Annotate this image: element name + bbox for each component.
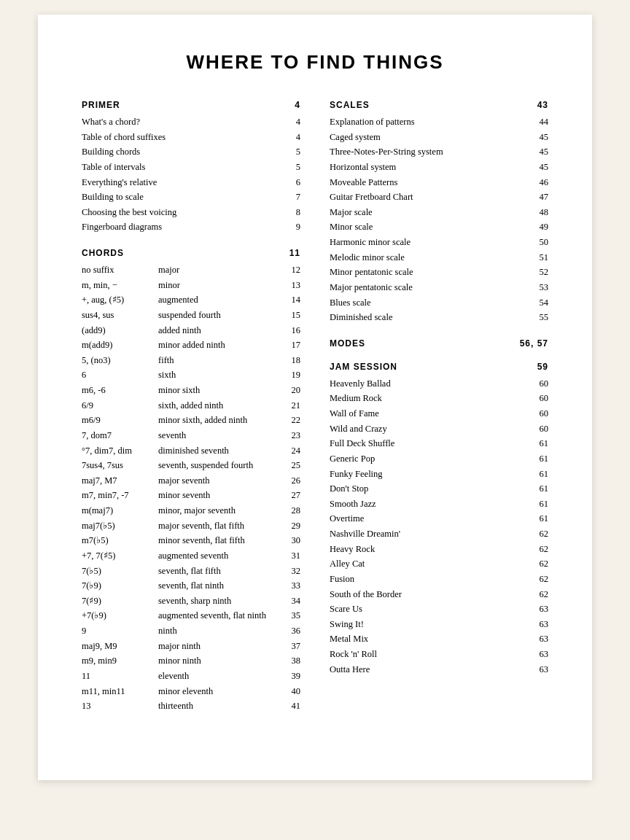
entry-page: 61	[528, 451, 548, 467]
chord-page: 41	[280, 699, 300, 714]
chord-name: sixth	[158, 368, 280, 383]
list-item: Major pentatonic scale53	[330, 280, 548, 295]
chord-name: major ninth	[158, 639, 280, 654]
list-item: Caged system45	[330, 130, 548, 145]
chord-name: minor sixth	[158, 383, 280, 398]
entry-page: 63	[528, 647, 548, 662]
list-item: Melodic minor scale51	[330, 250, 548, 265]
list-item: m(add9)minor added ninth17	[82, 338, 300, 353]
list-item: °7, dim7, dimdiminished seventh24	[82, 443, 300, 459]
entry-page: 63	[528, 602, 548, 617]
chord-page: 29	[280, 518, 300, 534]
left-column: PRIMER4What's a chord?4Table of chord su…	[82, 100, 300, 714]
chord-name: seventh, sharp ninth	[158, 594, 280, 609]
chord-name: major seventh	[158, 473, 280, 489]
chord-name: minor	[158, 278, 280, 293]
chord-symbol: 7(♭5)	[82, 564, 158, 579]
entry-page: 61	[528, 497, 548, 512]
chord-symbol: maj7, M7	[82, 473, 158, 489]
chord-symbol: sus4, sus	[82, 308, 158, 323]
entry-page: 48	[528, 205, 548, 220]
list-item: Metal Mix63	[330, 631, 548, 647]
entry-label: Generic Pop	[330, 451, 528, 467]
chord-page: 20	[280, 383, 300, 398]
list-item: 7, dom7seventh23	[82, 428, 300, 443]
entry-page: 62	[528, 572, 548, 587]
entry-label: Nashville Dreamin'	[330, 526, 528, 542]
entry-label: Everything's relative	[82, 175, 280, 190]
chord-symbol: 7(♯9)	[82, 594, 158, 609]
chord-symbol: 7(♭9)	[82, 578, 158, 594]
list-item: Nashville Dreamin'62	[330, 526, 548, 542]
entry-label: Major pentatonic scale	[330, 280, 528, 295]
list-item: Harmonic minor scale50	[330, 235, 548, 250]
list-item: m11, min11minor eleventh40	[82, 684, 300, 699]
entry-page: 6	[280, 175, 300, 190]
chord-symbol: maj7(♭5)	[82, 518, 158, 534]
entry-label: Overtime	[330, 511, 528, 526]
chord-page: 25	[280, 458, 300, 473]
chord-name: minor sixth, added ninth	[158, 413, 280, 428]
list-item: Building chords5	[82, 144, 300, 160]
section-page: 11	[289, 248, 300, 258]
entry-label: Table of intervals	[82, 160, 280, 175]
list-item: m, min, −minor13	[82, 278, 300, 293]
entry-label: Building to scale	[82, 190, 280, 205]
chord-page: 35	[280, 608, 300, 623]
chord-page: 19	[280, 368, 300, 383]
chord-page: 34	[280, 594, 300, 609]
list-item: Choosing the best voicing8	[82, 205, 300, 220]
list-item: 6/9sixth, added ninth21	[82, 398, 300, 413]
list-item: 9ninth36	[82, 623, 300, 639]
list-item: Heavenly Ballad60	[330, 376, 548, 392]
list-item: m7, min7, -7minor seventh27	[82, 488, 300, 503]
entry-label: Building chords	[82, 144, 280, 160]
list-item: Alley Cat62	[330, 556, 548, 572]
chord-page: 32	[280, 564, 300, 579]
chord-symbol: m6/9	[82, 413, 158, 428]
right-section-heading-2: JAM SESSION59	[330, 362, 548, 372]
list-item: +7(♭9)augmented seventh, flat ninth35	[82, 608, 300, 623]
chord-name: minor seventh	[158, 488, 280, 503]
list-item: 7(♯9)seventh, sharp ninth34	[82, 594, 300, 609]
chord-symbol: m9, min9	[82, 653, 158, 669]
list-item: +7, 7(♯5)augmented seventh31	[82, 548, 300, 564]
entry-page: 49	[528, 219, 548, 235]
chord-symbol: 9	[82, 623, 158, 639]
chord-name: seventh, suspended fourth	[158, 458, 280, 473]
chord-symbol: m6, -6	[82, 383, 158, 398]
chord-page: 16	[280, 323, 300, 338]
chord-symbol: +7(♭9)	[82, 608, 158, 623]
entry-page: 62	[528, 526, 548, 542]
list-item: 11eleventh39	[82, 669, 300, 684]
right-column: SCALES43Explanation of patterns44Caged s…	[330, 100, 548, 714]
list-item: +, aug, (♯5)augmented14	[82, 292, 300, 308]
chord-page: 27	[280, 488, 300, 503]
entry-label: Full Deck Shuffle	[330, 436, 528, 451]
chord-name: thirteenth	[158, 699, 280, 714]
list-item: m9, min9minor ninth38	[82, 653, 300, 669]
entry-page: 62	[528, 556, 548, 572]
left-section-heading-1: CHORDS11	[82, 248, 300, 258]
chord-symbol: no suffix	[82, 262, 158, 278]
chord-page: 30	[280, 533, 300, 548]
chord-name: seventh	[158, 428, 280, 443]
list-item: Don't Stop61	[330, 481, 548, 497]
entry-page: 46	[528, 175, 548, 190]
chord-symbol: 5, (no3)	[82, 353, 158, 368]
list-item: 6sixth19	[82, 368, 300, 383]
columns: PRIMER4What's a chord?4Table of chord su…	[82, 100, 548, 714]
chord-symbol: m(maj7)	[82, 503, 158, 518]
entry-page: 61	[528, 467, 548, 482]
list-item: Full Deck Shuffle61	[330, 436, 548, 451]
list-item: Rock 'n' Roll63	[330, 647, 548, 662]
list-item: Funky Feeling61	[330, 467, 548, 482]
list-item: Overtime61	[330, 511, 548, 526]
section-label: MODES	[330, 338, 365, 349]
list-item: Heavy Rock62	[330, 542, 548, 557]
entry-label: Fingerboard diagrams	[82, 219, 280, 235]
entry-page: 55	[528, 310, 548, 325]
entry-label: Minor scale	[330, 219, 528, 235]
list-item: sus4, sussuspended fourth15	[82, 308, 300, 323]
list-item: Smooth Jazz61	[330, 497, 548, 512]
